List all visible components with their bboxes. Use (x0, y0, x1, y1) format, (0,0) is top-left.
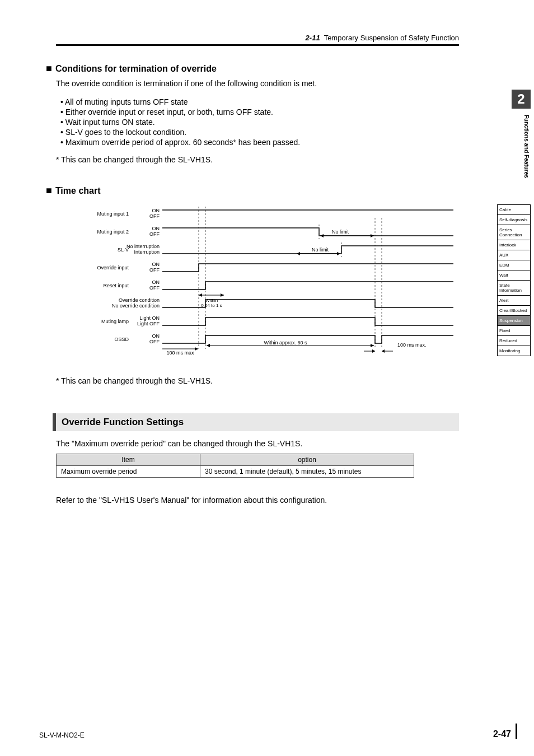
svg-text:OSSD: OSSD (114, 337, 129, 342)
svg-text:100 ms max: 100 ms max (166, 350, 194, 356)
svg-text:ON: ON (152, 262, 160, 267)
side-tab[interactable]: Series Connection (497, 225, 531, 240)
table-cell-item: Maximum override period (57, 466, 200, 478)
svg-text:No limit: No limit (312, 247, 329, 253)
side-tab[interactable]: Cable (497, 204, 531, 214)
section-number: 2-11 (306, 34, 320, 42)
side-tabs: CableSelf-diagnosisSeries ConnectionInte… (497, 204, 531, 356)
svg-text:OFF: OFF (149, 231, 160, 237)
svg-marker-43 (195, 347, 198, 351)
svg-text:ON: ON (152, 208, 160, 213)
table-cell-option: 30 second, 1 minute (default), 5 minutes… (200, 466, 414, 478)
svg-text:OFF: OFF (149, 213, 160, 219)
side-tab[interactable]: Clear/Blocked (497, 305, 531, 315)
svg-marker-47 (371, 344, 374, 347)
heading-conditions-text: Conditions for termination of override (55, 64, 217, 73)
side-tab[interactable]: Wait (497, 270, 531, 280)
header-rule (56, 44, 459, 46)
side-tab[interactable]: Monitoring (497, 346, 531, 356)
condition-item: SL-V goes to the lockout condition. (60, 128, 459, 137)
square-bullet-icon: ■ (46, 63, 52, 74)
override-settings-outro: Refer to the "SL-VH1S User's Manual" for… (56, 494, 459, 507)
override-settings-intro: The "Maximum override period" can be cha… (56, 438, 459, 450)
svg-text:OFF: OFF (149, 267, 160, 273)
table-head-option: option (200, 454, 414, 466)
svg-text:ON: ON (152, 333, 160, 339)
square-bullet-icon: ■ (46, 185, 52, 196)
side-tab[interactable]: Reduced (497, 335, 531, 346)
side-tab[interactable]: EDM (497, 260, 531, 270)
svg-text:No interruption: No interruption (127, 244, 160, 249)
svg-text:OFF: OFF (149, 339, 160, 344)
svg-text:Light OFF: Light OFF (137, 321, 160, 326)
svg-text:Light ON: Light ON (139, 315, 160, 321)
doc-id: SL-V-M-NO2-E (39, 731, 85, 739)
time-chart: Muting input 1 ON OFF Muting input 2 ON … (62, 207, 459, 360)
chapter-number-box: 2 (512, 90, 531, 109)
condition-item: All of muting inputs turns OFF state (60, 97, 459, 106)
svg-text:No limit: No limit (332, 229, 349, 235)
svg-marker-31 (221, 293, 224, 297)
svg-marker-22 (297, 252, 300, 255)
svg-text:OFF: OFF (149, 285, 160, 291)
svg-text:Muting input 1: Muting input 1 (97, 211, 129, 217)
svg-text:Within: Within (205, 298, 218, 303)
svg-marker-52 (382, 349, 385, 353)
side-tab[interactable]: Interlock (497, 240, 531, 250)
side-tab[interactable]: Fixed (497, 325, 531, 335)
side-tab[interactable]: Suspension (497, 315, 531, 325)
svg-marker-13 (371, 234, 374, 237)
svg-text:Muting lamp: Muting lamp (101, 319, 129, 324)
svg-text:ON: ON (152, 279, 160, 285)
conditions-intro: The override condition is termination if… (56, 78, 459, 90)
svg-text:Interruption: Interruption (134, 249, 160, 255)
heading-timechart: ■Time chart (46, 185, 459, 197)
svg-marker-30 (199, 293, 202, 297)
table-head-item: Item (57, 454, 200, 466)
svg-text:Reset input: Reset input (103, 283, 129, 288)
svg-text:Muting input 2: Muting input 2 (97, 229, 129, 235)
svg-text:Within approx. 60 s: Within approx. 60 s (264, 340, 307, 346)
svg-text:Override input: Override input (97, 265, 129, 270)
page-number: 2-47 (493, 724, 517, 739)
conditions-list: All of muting inputs turns OFF state Eit… (56, 97, 459, 147)
section-title: Temporary Suspension of Safety Function (324, 34, 459, 42)
chapter-side-label: Functions and Features (523, 115, 530, 178)
condition-item: Maximum override period of approx. 60 se… (60, 138, 459, 147)
svg-marker-21 (337, 252, 340, 255)
override-settings-table: Item option Maximum override period 30 s… (56, 454, 414, 478)
svg-marker-46 (207, 344, 210, 347)
condition-item: Either override input or reset input, or… (60, 108, 459, 116)
svg-text:No override condition: No override condition (112, 303, 160, 309)
heading-override-settings: Override Function Settings (53, 413, 459, 431)
side-tab[interactable]: Alert (497, 295, 531, 305)
side-tab[interactable]: AUX (497, 250, 531, 260)
heading-conditions: ■Conditions for termination of override (46, 63, 459, 74)
page-footer: SL-V-M-NO2-E 2-47 (39, 724, 517, 739)
heading-timechart-text: Time chart (55, 186, 101, 195)
svg-marker-14 (320, 234, 324, 237)
svg-text:ON: ON (152, 226, 160, 231)
svg-text:100 ms max.: 100 ms max. (397, 342, 427, 348)
timechart-footnote: * This can be changed through the SL-VH1… (56, 376, 459, 385)
side-tab[interactable]: State Information (497, 280, 531, 295)
svg-text:Override condition: Override condition (119, 297, 160, 303)
page-header: 2-11 Temporary Suspension of Safety Func… (56, 34, 459, 42)
condition-item: Wait input turns ON state. (60, 118, 459, 127)
time-chart-svg: Muting input 1 ON OFF Muting input 2 ON … (62, 207, 465, 358)
side-tab[interactable]: Self-diagnosis (497, 214, 531, 225)
conditions-note: * This can be changed through the SL-VH1… (56, 154, 459, 166)
